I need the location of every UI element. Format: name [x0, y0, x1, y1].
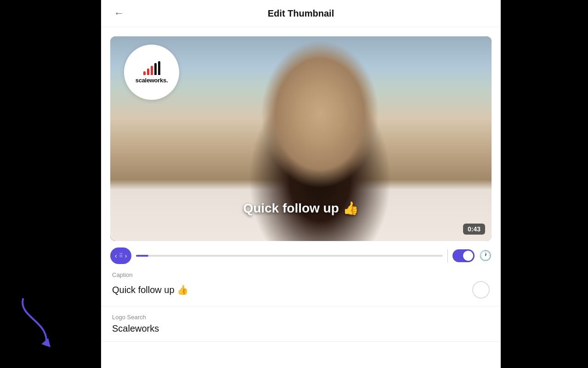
- logo-bars: [143, 61, 160, 75]
- arrow-decoration: [14, 294, 60, 350]
- timeline-bar[interactable]: [136, 255, 443, 257]
- clock-icon[interactable]: 🕐: [479, 250, 492, 262]
- logo-search-value-row: Scaleworks: [112, 323, 490, 334]
- controls-row: ‹ ⠿ › 🕐: [110, 247, 492, 264]
- scrubber-handle-icon: ⠿: [119, 253, 123, 259]
- video-container: scaleworks. Quick follow up 👍 0:43: [110, 36, 492, 241]
- header: ← Edit Thumbnail: [101, 0, 501, 27]
- page-title: Edit Thumbnail: [268, 8, 334, 19]
- divider: [447, 249, 448, 262]
- scrubber-right-icon[interactable]: ›: [125, 252, 127, 259]
- right-panel: [501, 0, 588, 368]
- toggle-container: [452, 249, 475, 262]
- toggle-knob: [463, 251, 473, 261]
- timeline-progress: [136, 255, 148, 257]
- caption-text: Quick follow up 👍: [112, 284, 188, 295]
- logo-bar-4: [154, 63, 157, 75]
- duration-badge: 0:43: [463, 224, 485, 235]
- scrubber-left-icon[interactable]: ‹: [115, 252, 117, 259]
- logo-search-label: Logo Search: [112, 314, 490, 321]
- main-content: ← Edit Thumbnail scaleworks. Quick follo…: [101, 0, 501, 368]
- logo-bar-5: [158, 61, 160, 75]
- video-caption-overlay: Quick follow up 👍: [243, 201, 358, 216]
- caption-value-row: Quick follow up 👍: [112, 281, 490, 299]
- logo-bar-1: [143, 71, 146, 75]
- back-arrow-icon: ←: [114, 7, 124, 19]
- left-panel: [0, 0, 101, 368]
- caption-toggle[interactable]: [452, 249, 475, 262]
- logo-bar-2: [147, 69, 149, 75]
- caption-section: Caption Quick follow up 👍: [101, 264, 501, 306]
- back-button[interactable]: ←: [110, 6, 128, 21]
- caption-label: Caption: [112, 271, 490, 278]
- logo-bar-3: [151, 66, 153, 75]
- logo-search-text: Scaleworks: [112, 323, 159, 334]
- logo-text: scaleworks.: [136, 77, 168, 84]
- logo-overlay: scaleworks.: [124, 45, 179, 100]
- caption-edit-button[interactable]: [472, 281, 490, 299]
- scrubber-pill[interactable]: ‹ ⠿ ›: [110, 247, 131, 264]
- logo-search-section: Logo Search Scaleworks: [101, 306, 501, 342]
